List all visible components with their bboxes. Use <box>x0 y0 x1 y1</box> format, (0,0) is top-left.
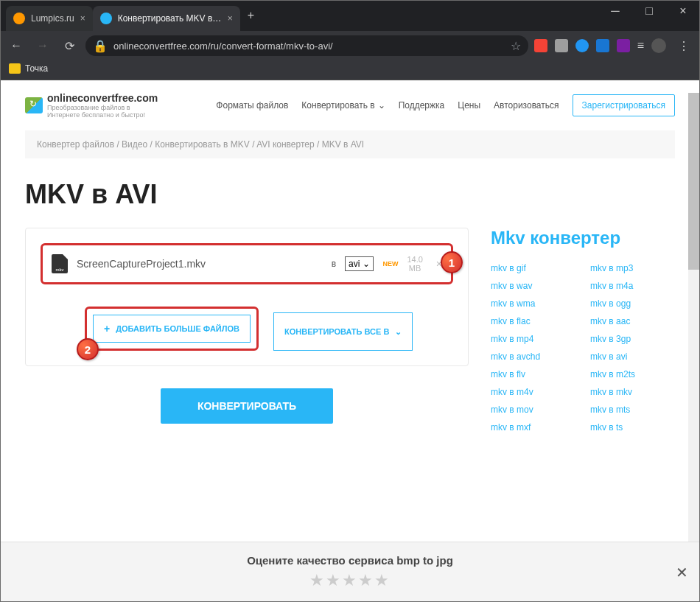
new-badge: NEW <box>382 260 398 267</box>
reading-list-icon[interactable]: ≡ <box>637 39 644 52</box>
extension-icon[interactable] <box>555 39 568 52</box>
sidebar-link[interactable]: mkv в m2ts <box>590 369 675 379</box>
sidebar-link[interactable]: mkv в 3gp <box>590 334 675 344</box>
format-select[interactable]: avi ⌄ <box>345 256 374 271</box>
sidebar-links: mkv в gif mkv в mp3 mkv в wav mkv в m4a … <box>491 263 675 433</box>
breadcrumb-link[interactable]: Конвертер файлов <box>37 139 114 150</box>
chevron-down-icon: ⌄ <box>363 259 370 269</box>
bookmark-star-icon[interactable]: ☆ <box>511 39 521 53</box>
window-maximize[interactable]: □ <box>632 0 666 22</box>
sidebar-link[interactable]: mkv в mkv <box>590 387 675 397</box>
close-icon[interactable]: × <box>228 13 233 24</box>
sidebar-link[interactable]: mkv в wma <box>491 298 575 309</box>
favicon-icon <box>13 13 25 24</box>
breadcrumb: Конвертер файлов / Видео / Конвертироват… <box>25 130 675 158</box>
close-icon[interactable]: × <box>80 13 85 24</box>
window-minimize[interactable]: ─ <box>598 0 632 22</box>
sidebar-link[interactable]: mkv в mp4 <box>491 334 575 344</box>
sidebar-link[interactable]: mkv в ogg <box>590 298 675 309</box>
sidebar-link[interactable]: mkv в avchd <box>491 351 575 362</box>
breadcrumb-link[interactable]: MKV в AVI <box>322 139 365 150</box>
rating-text: Оцените качество сервиса bmp to jpg <box>12 554 688 567</box>
sidebar-link[interactable]: mkv в mov <box>491 405 575 415</box>
logo-icon <box>25 97 43 113</box>
page-content: onlineconvertfree.com Преобразование фай… <box>0 80 700 589</box>
new-tab-button[interactable]: + <box>240 9 262 22</box>
chevron-down-icon: ⌄ <box>378 100 385 111</box>
file-row: mkv ScreenCaptureProject1.mkv в avi ⌄ NE… <box>41 243 453 284</box>
add-files-button[interactable]: + ДОБАВИТЬ БОЛЬШЕ ФАЙЛОВ <box>93 315 251 343</box>
tab-title: Конвертировать MKV в AVI онл <box>118 13 222 24</box>
nav-formats[interactable]: Форматы файлов <box>216 100 288 111</box>
sidebar-link[interactable]: mkv в mp3 <box>590 263 675 273</box>
signup-button[interactable]: Зарегистрироваться <box>573 94 675 116</box>
extension-icon[interactable] <box>596 39 609 52</box>
site-logo[interactable]: onlineconvertfree.com Преобразование фай… <box>25 92 158 119</box>
reload-button[interactable]: ⟳ <box>59 35 80 56</box>
browser-toolbar: ← → ⟳ 🔒 onlineconvertfree.com/ru/convert… <box>0 31 700 60</box>
logo-title: onlineconvertfree.com <box>47 92 158 104</box>
logo-subtitle: Преобразование файлов в Интернете беспла… <box>47 104 150 119</box>
sidebar-link[interactable]: mkv в mts <box>590 405 675 415</box>
file-icon: mkv <box>52 254 68 273</box>
file-name: ScreenCaptureProject1.mkv <box>77 258 323 270</box>
lock-icon: 🔒 <box>93 39 108 53</box>
browser-tab-active[interactable]: Конвертировать MKV в AVI онл × <box>93 6 240 31</box>
extension-icon[interactable] <box>534 39 547 52</box>
nav-pricing[interactable]: Цены <box>458 100 480 111</box>
breadcrumb-link[interactable]: Конвертировать в MKV <box>155 139 250 150</box>
folder-icon <box>9 63 21 74</box>
address-bar[interactable]: 🔒 onlineconvertfree.com/ru/convert-forma… <box>85 35 528 56</box>
nav-support[interactable]: Поддержка <box>399 100 445 111</box>
file-size: 14.0MB <box>407 255 422 273</box>
sidebar-link[interactable]: mkv в flv <box>491 369 575 379</box>
chevron-down-icon: ⌄ <box>395 327 402 337</box>
rating-stars[interactable]: ★★★★★ <box>12 571 688 590</box>
breadcrumb-link[interactable]: AVI конвертер <box>256 139 315 150</box>
plus-icon: + <box>104 323 110 335</box>
extension-icon[interactable] <box>575 39 589 52</box>
convert-all-button[interactable]: КОНВЕРТИРОВАТЬ ВСЕ В ⌄ <box>273 312 413 351</box>
tab-title: Lumpics.ru <box>31 13 74 24</box>
forward-button[interactable]: → <box>32 35 53 56</box>
bookmarks-bar: Точка <box>0 60 700 80</box>
sidebar-link[interactable]: mkv в m4v <box>491 387 575 397</box>
breadcrumb-link[interactable]: Видео <box>122 139 147 150</box>
window-close[interactable]: × <box>666 0 700 22</box>
sidebar-link[interactable]: mkv в gif <box>491 263 575 273</box>
url-text: onlineconvertfree.com/ru/convert-format/… <box>113 41 505 52</box>
sidebar-link[interactable]: mkv в m4a <box>590 281 675 291</box>
file-card: mkv ScreenCaptureProject1.mkv в avi ⌄ NE… <box>25 228 469 366</box>
sidebar-link[interactable]: mkv в ts <box>590 422 675 433</box>
close-icon[interactable]: ✕ <box>676 564 688 581</box>
back-button[interactable]: ← <box>6 35 27 56</box>
page-title: MKV в AVI <box>25 179 675 210</box>
sidebar-title: Mkv конвертер <box>491 228 675 248</box>
rating-bar: Оцените качество сервиса bmp to jpg ★★★★… <box>0 542 700 602</box>
sidebar-link[interactable]: mkv в mxf <box>491 422 575 433</box>
nav-login[interactable]: Авторизоваться <box>494 100 559 111</box>
extension-icon[interactable] <box>617 39 630 52</box>
menu-button[interactable]: ⋮ <box>673 39 694 53</box>
scrollbar[interactable] <box>688 93 700 602</box>
browser-tab[interactable]: Lumpics.ru × <box>6 6 93 31</box>
annotation-marker: 1 <box>441 251 463 273</box>
scrollbar-thumb[interactable] <box>688 93 700 270</box>
add-more-highlight: + ДОБАВИТЬ БОЛЬШЕ ФАЙЛОВ 2 <box>85 307 259 351</box>
convert-button[interactable]: КОНВЕРТИРОВАТЬ <box>161 388 333 424</box>
to-label: в <box>332 259 336 269</box>
nav-convert[interactable]: Конвертировать в ⌄ <box>301 100 385 111</box>
favicon-icon <box>100 13 112 24</box>
browser-titlebar: Lumpics.ru × Конвертировать MKV в AVI он… <box>0 0 700 31</box>
sidebar-link[interactable]: mkv в flac <box>491 316 575 326</box>
sidebar-link[interactable]: mkv в avi <box>590 351 675 362</box>
sidebar-link[interactable]: mkv в aac <box>590 316 675 326</box>
bookmark-item[interactable]: Точка <box>25 63 48 74</box>
profile-avatar[interactable] <box>651 38 666 53</box>
sidebar-link[interactable]: mkv в wav <box>491 281 575 291</box>
annotation-marker: 2 <box>77 338 99 360</box>
